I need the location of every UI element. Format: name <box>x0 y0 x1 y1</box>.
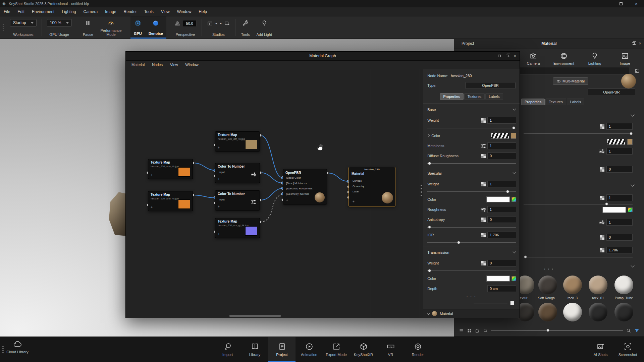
menu-view[interactable]: View <box>157 7 173 16</box>
texture-icon[interactable] <box>481 218 486 222</box>
ior-value-field[interactable]: 1.706 <box>487 232 516 238</box>
toolbar-grip[interactable] <box>1 24 4 32</box>
project-nav-environment[interactable]: Environment <box>550 52 577 65</box>
texture-icon[interactable] <box>481 261 486 265</box>
ior-slider[interactable] <box>427 240 516 245</box>
levels-icon[interactable] <box>599 220 604 225</box>
workspace-dropdown[interactable]: Startup <box>10 19 37 26</box>
project-nav-camera[interactable]: Camera <box>520 52 547 65</box>
gpu-toggle[interactable]: GPU <box>130 16 145 39</box>
taskbar-import[interactable]: Import <box>214 337 241 362</box>
material-footer-bar[interactable]: Material <box>423 309 520 318</box>
texture-icon[interactable] <box>600 167 604 172</box>
library-item[interactable] <box>587 303 609 321</box>
material-tab-properties[interactable]: Properties <box>521 99 545 105</box>
color-swatch[interactable] <box>486 196 510 202</box>
save-material-icon[interactable] <box>633 67 641 74</box>
filter-funnel-icon[interactable] <box>634 328 639 333</box>
chevron-down-icon[interactable] <box>631 113 634 116</box>
pause-button[interactable]: Pause <box>79 16 97 39</box>
add-input-icon[interactable]: + <box>286 198 288 202</box>
texture-swatch[interactable] <box>491 133 509 139</box>
close-button[interactable]: × <box>629 0 644 7</box>
project-nav-lighting[interactable]: Lighting <box>581 52 608 65</box>
denoise-toggle[interactable]: Denoise <box>145 16 166 39</box>
node-tab-properties[interactable]: Properties <box>440 93 464 100</box>
value-field[interactable]: 1 <box>606 148 633 155</box>
section-transmission[interactable]: Transmission <box>423 246 520 258</box>
node-name-value[interactable]: hessian_230 <box>451 74 472 78</box>
anisotropy-value-field[interactable]: 0 <box>487 216 516 223</box>
minimize-button[interactable] <box>598 0 613 7</box>
close-panel-icon[interactable]: × <box>639 41 641 46</box>
property-slider[interactable] <box>524 255 633 259</box>
mg-menu-window[interactable]: Window <box>182 61 202 69</box>
menu-lighting[interactable]: Lighting <box>58 7 79 16</box>
weight-slider[interactable] <box>427 189 516 194</box>
section-base[interactable]: Base <box>423 103 520 115</box>
property-slider[interactable] <box>524 132 633 135</box>
menu-camera[interactable]: Camera <box>79 7 101 16</box>
property-slider[interactable] <box>524 202 633 206</box>
texture-icon[interactable] <box>481 233 486 237</box>
value-field[interactable]: 1.706 <box>606 247 633 253</box>
material-type-dropdown[interactable]: OpenPBR <box>588 88 635 96</box>
mg-menu-nodes[interactable]: Nodes <box>148 61 166 69</box>
node-tab-textures[interactable]: Textures <box>464 93 485 100</box>
studio-next-icon[interactable]: ▶ <box>219 22 222 25</box>
studio-add-icon[interactable] <box>224 21 230 26</box>
diffuse-roughness-slider[interactable] <box>427 161 516 166</box>
texture-icon[interactable] <box>600 124 604 129</box>
diffuse-roughness-value-field[interactable]: 0 <box>487 153 516 159</box>
taskbar-project[interactable]: Project <box>268 337 296 362</box>
add-input-icon[interactable]: + <box>353 200 355 203</box>
add-input-icon[interactable]: + <box>151 173 153 177</box>
value-field[interactable]: 0 <box>606 234 633 241</box>
studio-prev-icon[interactable]: ◀ <box>215 22 217 25</box>
texture-icon[interactable] <box>481 118 486 123</box>
material-tab-labels[interactable]: Labels <box>567 99 584 105</box>
taskbar-vr[interactable]: VR <box>377 337 404 362</box>
library-item-rock-3[interactable]: rock_3 <box>561 276 584 300</box>
material-preview-sphere[interactable] <box>621 74 636 88</box>
weight-value-field[interactable]: 1 <box>487 117 516 124</box>
taskbar-keyshotxr[interactable]: KeyShotXR <box>350 337 377 362</box>
color-swatch[interactable] <box>602 207 626 213</box>
add-input-icon[interactable]: + <box>218 146 220 149</box>
menu-render[interactable]: Render <box>120 7 141 16</box>
levels-icon[interactable] <box>481 207 486 212</box>
node-type-dropdown[interactable]: OpenPBR <box>465 82 516 89</box>
library-item-soft-rough[interactable]: Soft Rough... <box>536 276 559 300</box>
grid-view-icon[interactable] <box>467 328 472 333</box>
weight-slider[interactable] <box>427 268 516 274</box>
multi-material-button[interactable]: Multi-Material <box>553 77 588 85</box>
color-swatch[interactable] <box>627 139 633 145</box>
taskbar-ai-shots[interactable]: AI Shots <box>587 337 614 362</box>
taskbar-cloud-library[interactable]: Cloud Library <box>5 340 30 355</box>
tools-button[interactable]: Tools <box>238 16 253 39</box>
gpu-usage-dropdown[interactable]: 100 % <box>47 19 72 26</box>
chevron-down-icon[interactable] <box>631 263 634 267</box>
color-swatch[interactable] <box>511 133 516 139</box>
taskbar-export-mode[interactable]: Export Mode <box>323 337 350 362</box>
library-item[interactable] <box>561 303 584 321</box>
node-texture-map-normal[interactable]: Texture Map hessian_230_nor_gl_4k.jpg + <box>215 218 260 238</box>
project-panel-header[interactable]: Project Material × <box>454 39 644 49</box>
list-view-icon[interactable] <box>459 328 464 333</box>
section-specular[interactable]: Specular <box>423 167 520 179</box>
taskbar-grip[interactable] <box>2 346 4 354</box>
color-swatch[interactable] <box>486 276 510 282</box>
depth-value-field[interactable]: 0 cm <box>487 285 516 292</box>
menu-help[interactable]: Help <box>195 7 211 16</box>
roughness-value-field[interactable]: 1 <box>487 206 516 213</box>
node-texture-map-arm-1[interactable]: Texture Map hessian_230_arm_4k.jpg + <box>148 159 193 179</box>
project-nav-image[interactable]: Image <box>611 52 638 65</box>
levels-icon[interactable] <box>599 149 604 154</box>
menu-file[interactable]: File <box>0 7 14 16</box>
add-light-button[interactable]: Add Light <box>253 16 275 39</box>
weight-value-field[interactable]: 0 <box>487 260 516 266</box>
material-graph-titlebar[interactable]: Material Graph × <box>126 52 520 61</box>
add-input-icon[interactable]: + <box>151 205 153 209</box>
fov-value-field[interactable]: 50.0 <box>183 20 197 27</box>
studio-icon[interactable] <box>207 21 213 26</box>
